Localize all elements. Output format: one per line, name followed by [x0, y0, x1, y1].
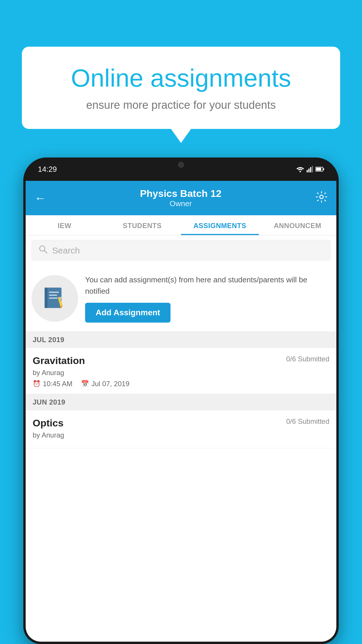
svg-point-8	[320, 195, 323, 199]
svg-rect-15	[49, 298, 58, 299]
search-bar[interactable]: Search	[31, 240, 331, 261]
phone-top-bar: 14:29	[23, 158, 339, 181]
tabs-row: IEW STUDENTS ASSIGNMENTS ANNOUNCEM	[26, 215, 336, 235]
svg-rect-2	[308, 169, 310, 172]
svg-rect-7	[316, 168, 321, 171]
assignment-time-gravitation: ⏰ 10:45 AM	[33, 380, 72, 388]
assignment-item-gravitation[interactable]: Gravitation 0/6 Submitted by Anurag ⏰ 10…	[26, 348, 336, 394]
assignment-name-gravitation: Gravitation	[33, 355, 85, 366]
svg-point-0	[300, 171, 301, 172]
assignment-date-gravitation: 📅 Jul 07, 2019	[81, 380, 129, 388]
empty-state-right: You can add assignment(s) from here and …	[85, 274, 331, 323]
month-divider-jul: JUL 2019	[26, 332, 336, 348]
assignment-by-gravitation: by Anurag	[33, 369, 329, 377]
speech-bubble-container: Online assignments ensure more practice …	[22, 47, 340, 129]
svg-line-10	[44, 251, 47, 253]
svg-rect-3	[310, 167, 311, 172]
svg-rect-6	[323, 168, 324, 170]
empty-state: You can add assignment(s) from here and …	[26, 265, 336, 332]
search-placeholder: Search	[52, 246, 80, 256]
phone-camera	[178, 162, 184, 168]
header-subtitle: Owner	[140, 199, 222, 208]
tab-assignments[interactable]: ASSIGNMENTS	[181, 215, 259, 235]
empty-state-text: You can add assignment(s) from here and …	[85, 274, 331, 297]
tab-iew[interactable]: IEW	[26, 215, 103, 235]
assignment-meta-gravitation: ⏰ 10:45 AM 📅 Jul 07, 2019	[33, 380, 329, 388]
assignment-icon-circle	[31, 275, 78, 322]
add-assignment-button[interactable]: Add Assignment	[85, 303, 171, 323]
speech-bubble-title: Online assignments	[42, 64, 320, 92]
svg-rect-1	[307, 170, 308, 172]
svg-rect-14	[49, 295, 57, 296]
assignment-by-optics: by Anurag	[33, 431, 329, 439]
gear-icon	[315, 191, 328, 203]
svg-rect-13	[49, 292, 59, 293]
speech-bubble-subtitle: ensure more practice for your students	[42, 99, 320, 111]
assignment-name-optics: Optics	[33, 417, 64, 429]
tab-students[interactable]: STUDENTS	[103, 215, 181, 235]
clock-icon: ⏰	[33, 380, 41, 388]
status-time: 14:29	[38, 165, 57, 174]
header-title: Physics Batch 12	[140, 188, 222, 199]
search-icon	[39, 245, 48, 256]
calendar-icon: 📅	[81, 380, 89, 388]
speech-bubble: Online assignments ensure more practice …	[22, 47, 340, 129]
signal-icon	[307, 166, 313, 172]
notebook-icon	[42, 285, 68, 312]
battery-icon	[315, 167, 324, 172]
tab-announcements[interactable]: ANNOUNCEM	[259, 215, 337, 235]
assignment-item-optics[interactable]: Optics 0/6 Submitted by Anurag	[26, 410, 336, 448]
phone-screen: ← Physics Batch 12 Owner IEW STUDENTS AS…	[26, 181, 336, 642]
wifi-icon	[296, 166, 304, 172]
assignment-item-top-optics: Optics 0/6 Submitted	[33, 417, 329, 429]
assignment-item-top: Gravitation 0/6 Submitted	[33, 355, 329, 366]
header-title-block: Physics Batch 12 Owner	[140, 188, 222, 208]
svg-rect-4	[312, 166, 313, 172]
status-icons	[296, 166, 324, 172]
submitted-badge-optics: 0/6 Submitted	[286, 417, 329, 426]
month-divider-jun: JUN 2019	[26, 394, 336, 410]
back-button[interactable]: ←	[34, 192, 46, 205]
phone-notch	[161, 158, 201, 172]
submitted-badge-gravitation: 0/6 Submitted	[286, 355, 329, 363]
phone-frame: 14:29	[23, 158, 339, 644]
search-container: Search	[26, 235, 336, 265]
search-icon-svg	[39, 245, 48, 254]
settings-icon[interactable]	[315, 191, 328, 206]
app-header: ← Physics Batch 12 Owner	[26, 181, 336, 215]
svg-rect-12	[45, 288, 48, 308]
